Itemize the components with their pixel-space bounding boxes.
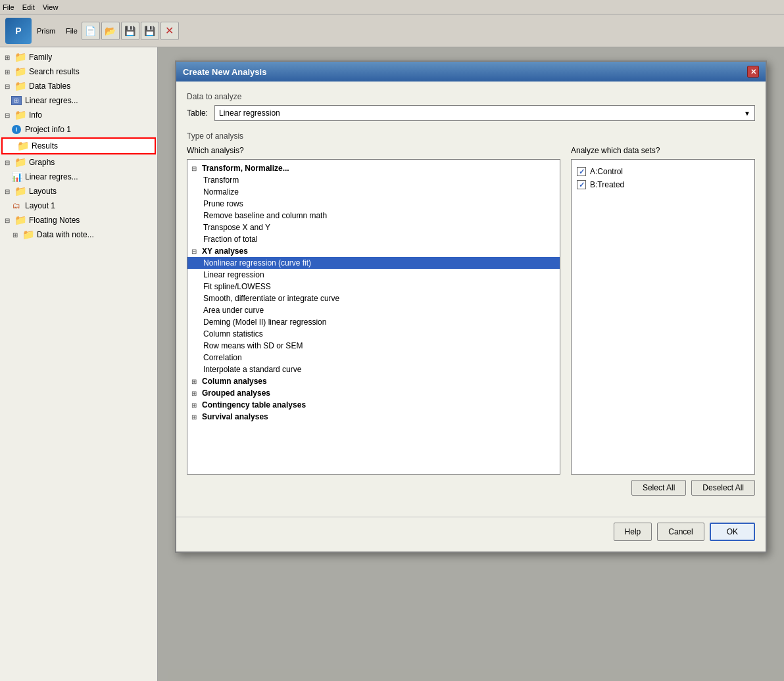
menu-file[interactable]: File [3, 3, 14, 11]
table-label: Table: [187, 108, 208, 118]
expand-layouts[interactable]: ⊟ [3, 187, 12, 196]
open-btn[interactable]: 📂 [101, 22, 120, 40]
delete-btn[interactable]: ✕ [160, 22, 179, 40]
menu-edit[interactable]: Edit [22, 3, 35, 11]
analyze-datasets-header: Analyze which data sets? [571, 146, 755, 155]
item-deming[interactable]: Deming (Model II) linear regression [187, 316, 560, 328]
expand-survival-icon: ⊞ [191, 413, 199, 421]
sidebar: ⊞ 📁 Family ⊞ 📁 Search results ⊟ 📁 Data T… [0, 47, 158, 681]
graph-icon: 📊 [11, 171, 22, 183]
folder-icon-results: 📁 [17, 140, 29, 152]
group-column[interactable]: ⊞ Column analyses [187, 375, 560, 387]
sidebar-item-layouts[interactable]: ⊟ 📁 Layouts [0, 184, 157, 199]
group-xy[interactable]: ⊟ XY analyses [187, 245, 560, 257]
file-label: File [66, 27, 78, 35]
dialog-title: Create New Analysis [183, 67, 266, 77]
expand-family[interactable]: ⊞ [3, 53, 12, 62]
sidebar-item-data-with-notes[interactable]: ⊞ 📁 Data with note... [0, 227, 157, 242]
sidebar-item-floating-notes[interactable]: ⊟ 📁 Floating Notes [0, 213, 157, 227]
group-contingency-label: Contingency table analyses [202, 400, 306, 410]
data-to-analyze-label: Data to analyze [187, 92, 755, 101]
sidebar-item-data-tables[interactable]: ⊟ 📁 Data Tables [0, 79, 157, 93]
expand-results[interactable] [5, 141, 14, 151]
group-contingency[interactable]: ⊞ Contingency table analyses [187, 399, 560, 411]
expand-data-tables[interactable]: ⊟ [3, 82, 12, 91]
dataset-item-a-control[interactable]: ✓ A:Control [577, 165, 749, 178]
dataset-item-b-treated[interactable]: ✓ B:Treated [577, 178, 749, 191]
dataset-label-b-treated: B:Treated [590, 180, 624, 189]
checkbox-b-treated[interactable]: ✓ [577, 180, 586, 189]
expand-floating-notes[interactable]: ⊟ [3, 216, 12, 225]
folder-icon-info: 📁 [14, 109, 26, 121]
sidebar-item-results[interactable]: 📁 Results [1, 137, 156, 154]
table-dropdown[interactable]: Linear regression ▼ [214, 105, 755, 121]
analysis-list-container[interactable]: ⊟ Transform, Normalize... Transform Norm… [187, 159, 560, 475]
checkbox-a-control[interactable]: ✓ [577, 167, 586, 176]
expand-transform-icon: ⊟ [191, 165, 199, 172]
save-as-btn[interactable]: 💾 [141, 22, 159, 40]
folder-icon-floating-notes: 📁 [14, 214, 26, 226]
expand-graphs[interactable]: ⊟ [3, 158, 12, 167]
item-correlation[interactable]: Correlation [187, 352, 560, 364]
item-prune-rows[interactable]: Prune rows [187, 198, 560, 210]
sidebar-item-graphs[interactable]: ⊟ 📁 Graphs [0, 155, 157, 170]
item-area-under-curve[interactable]: Area under curve [187, 304, 560, 316]
sidebar-label-project-info: Project info 1 [25, 125, 71, 134]
folder-icon-search: 📁 [14, 66, 26, 78]
help-button[interactable]: Help [614, 523, 652, 541]
item-remove-baseline[interactable]: Remove baseline and column math [187, 210, 560, 222]
cancel-button[interactable]: Cancel [657, 523, 704, 541]
dialog-titlebar: Create New Analysis ✕ [176, 62, 766, 82]
sidebar-label-data-tables: Data Tables [29, 82, 70, 91]
item-transpose[interactable]: Transpose X and Y [187, 222, 560, 233]
content-area: Create New Analysis ✕ Data to analyze Ta… [158, 47, 784, 681]
item-fit-spline[interactable]: Fit spline/LOWESS [187, 281, 560, 293]
expand-search[interactable]: ⊞ [3, 67, 12, 76]
analysis-columns: Which analysis? ⊟ Transform, Normalize..… [187, 146, 755, 506]
item-interpolate[interactable]: Interpolate a standard curve [187, 364, 560, 375]
item-normalize[interactable]: Normalize [187, 186, 560, 198]
select-all-button[interactable]: Select All [631, 480, 686, 496]
sidebar-label-floating-notes: Floating Notes [29, 216, 80, 225]
save-btn[interactable]: 💾 [121, 22, 139, 40]
sidebar-label-graphs: Graphs [29, 158, 55, 167]
sidebar-item-project-info[interactable]: i Project info 1 [0, 122, 157, 137]
sidebar-item-linear-regression-table[interactable]: ⊞ Linear regres... [0, 93, 157, 108]
item-column-statistics[interactable]: Column statistics [187, 328, 560, 340]
prism-logo: P [5, 18, 32, 44]
new-btn[interactable]: 📄 [82, 22, 100, 40]
item-linear-regression[interactable]: Linear regression [187, 269, 560, 281]
menu-view[interactable]: View [43, 3, 59, 11]
menu-bar: File Edit View [0, 0, 784, 14]
sidebar-item-linear-regression-graph[interactable]: 📊 Linear regres... [0, 170, 157, 184]
ok-button[interactable]: OK [710, 523, 755, 541]
item-row-means[interactable]: Row means with SD or SEM [187, 340, 560, 352]
expand-data-with-notes[interactable]: ⊞ [11, 230, 20, 239]
info-icon: i [11, 124, 22, 135]
item-transform[interactable]: Transform [187, 174, 560, 186]
dialog-close-button[interactable]: ✕ [747, 66, 759, 78]
sidebar-item-family[interactable]: ⊞ 📁 Family [0, 50, 157, 64]
dataset-list: ✓ A:Control ✓ B:Treated [571, 159, 755, 475]
group-survival-label: Survival analyses [202, 412, 268, 421]
sidebar-item-search-results[interactable]: ⊞ 📁 Search results [0, 64, 157, 79]
table-row: Table: Linear regression ▼ [187, 105, 755, 121]
sidebar-item-info[interactable]: ⊟ 📁 Info [0, 108, 157, 122]
deselect-all-button[interactable]: Deselect All [691, 480, 755, 496]
group-transform[interactable]: ⊟ Transform, Normalize... [187, 162, 560, 174]
group-transform-label: Transform, Normalize... [202, 164, 289, 173]
expand-grouped-icon: ⊞ [191, 390, 199, 397]
item-smooth-differentiate[interactable]: Smooth, differentiate or integrate curve [187, 293, 560, 304]
table-dropdown-value: Linear regression [219, 108, 280, 118]
sidebar-item-layout1[interactable]: 🗂 Layout 1 [0, 199, 157, 213]
app-container: File Edit View P Prism File 📄 📂 💾 💾 ✕ ⊞ … [0, 0, 784, 681]
dialog-body: Data to analyze Table: Linear regression… [176, 82, 766, 517]
group-survival[interactable]: ⊞ Survival analyses [187, 411, 560, 423]
expand-info[interactable]: ⊟ [3, 110, 12, 120]
main-layout: ⊞ 📁 Family ⊞ 📁 Search results ⊟ 📁 Data T… [0, 47, 784, 681]
analysis-left-panel: Which analysis? ⊟ Transform, Normalize..… [187, 146, 560, 506]
group-grouped[interactable]: ⊞ Grouped analyses [187, 387, 560, 399]
group-column-label: Column analyses [202, 377, 267, 386]
item-nonlinear-regression[interactable]: Nonlinear regression (curve fit) [187, 257, 560, 269]
item-fraction-total[interactable]: Fraction of total [187, 233, 560, 245]
